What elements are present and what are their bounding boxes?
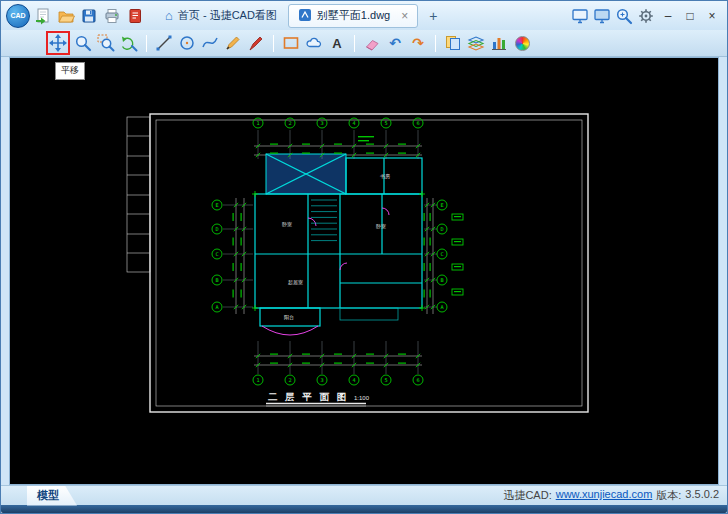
- drawing-canvas[interactable]: 卧室 书房 卧室 起居室 阳台 二 层 平 面 图 1:100 12345612…: [9, 57, 719, 485]
- cloud-tool-icon[interactable]: [304, 33, 324, 53]
- room-label: 书房: [380, 173, 390, 179]
- version-value: 3.5.0.2: [685, 488, 719, 503]
- export-pdf-icon[interactable]: [125, 6, 145, 26]
- close-tab-icon[interactable]: ×: [401, 10, 408, 22]
- brand-label: 迅捷CAD:: [503, 488, 551, 503]
- version-label: 版本:: [656, 488, 681, 503]
- home-icon: ⌂: [165, 9, 173, 22]
- pencil-tool-icon[interactable]: [223, 33, 243, 53]
- status-right: 迅捷CAD: www.xunjiecad.com 版本: 3.5.0.2: [503, 488, 719, 503]
- grid-bubble-label: A: [215, 304, 219, 310]
- room-label: 卧室: [282, 221, 292, 227]
- grid-bubble-label: 4: [352, 120, 355, 126]
- close-button[interactable]: ×: [702, 6, 722, 26]
- app-window: CAD ⌂ 首页 - 迅捷CAD看图 别墅平面1.dwg × + – □: [0, 0, 728, 514]
- drawing-title: 二 层 平 面 图: [268, 391, 349, 402]
- image-manager-icon[interactable]: [443, 33, 463, 53]
- grid-bubble-label: 5: [384, 120, 387, 126]
- redo-icon[interactable]: ↷: [408, 33, 428, 53]
- app-logo-text: CAD: [10, 12, 25, 19]
- print-icon[interactable]: [102, 6, 122, 26]
- open-file-icon[interactable]: [56, 6, 76, 26]
- drawing-scale: 1:100: [354, 395, 370, 401]
- cad-drawing[interactable]: 卧室 书房 卧室 起居室 阳台 二 层 平 面 图 1:100 12345612…: [10, 58, 718, 485]
- tab-home-label: 首页 - 迅捷CAD看图: [178, 8, 277, 23]
- toolbar: A ↶ ↷: [1, 30, 727, 57]
- zoom-extents-icon[interactable]: [119, 33, 139, 53]
- grid-bubble-label: C: [440, 251, 443, 257]
- toolbar-separator: [273, 35, 274, 52]
- room-label: 阳台: [284, 314, 294, 321]
- grid-bubble-label: C: [215, 251, 218, 257]
- grid-bubble-label: 1: [256, 377, 259, 383]
- multi-window-icon[interactable]: [570, 6, 590, 26]
- titlebar: CAD ⌂ 首页 - 迅捷CAD看图 别墅平面1.dwg × + – □: [1, 1, 727, 30]
- pan-tool-icon[interactable]: [48, 33, 68, 53]
- model-tab[interactable]: 模型: [27, 486, 77, 506]
- layers-icon[interactable]: [466, 33, 486, 53]
- room-label: 起居室: [288, 279, 303, 286]
- grid-bubble-label: 6: [416, 377, 419, 383]
- text-tool-icon[interactable]: A: [327, 33, 347, 53]
- grid-bubble-label: 4: [352, 377, 355, 383]
- color-wheel-icon[interactable]: [512, 33, 532, 53]
- pan-tooltip: 平移: [55, 62, 85, 80]
- grid-bubble-label: 5: [384, 377, 387, 383]
- stats-icon[interactable]: [489, 33, 509, 53]
- grid-bubble-label: E: [440, 202, 443, 208]
- tab-bar: ⌂ 首页 - 迅捷CAD看图 别墅平面1.dwg × +: [156, 1, 442, 30]
- zoom-tool-icon[interactable]: [73, 33, 93, 53]
- grid-bubble-label: 2: [288, 120, 291, 126]
- grid-bubble-label: D: [215, 226, 218, 232]
- grid-bubble-label: B: [215, 277, 218, 283]
- spline-tool-icon[interactable]: [200, 33, 220, 53]
- grid-bubble-label: 3: [320, 377, 323, 383]
- tab-drawing-label: 别墅平面1.dwg: [317, 8, 390, 23]
- new-tab-button[interactable]: +: [424, 7, 442, 25]
- marker-tool-icon[interactable]: [246, 33, 266, 53]
- grid-bubble-label: A: [440, 304, 444, 310]
- toolbar-separator: [435, 35, 436, 52]
- sheet-frame: [150, 114, 588, 412]
- grid-bubble-label: E: [215, 202, 218, 208]
- grid-bubble-label: D: [440, 226, 443, 232]
- tab-drawing[interactable]: 别墅平面1.dwg ×: [288, 4, 418, 28]
- save-icon[interactable]: [79, 6, 99, 26]
- detail-tags: [452, 214, 463, 295]
- grid-bubble-label: 6: [416, 120, 419, 126]
- new-drawing-icon[interactable]: [33, 6, 53, 26]
- maximize-button[interactable]: □: [680, 6, 700, 26]
- room-label: 卧室: [376, 223, 386, 229]
- dwg-file-icon: [298, 8, 312, 24]
- statusbar: 模型 迅捷CAD: www.xunjiecad.com 版本: 3.5.0.2: [1, 485, 727, 505]
- zoom-search-icon[interactable]: [614, 6, 634, 26]
- toolbar-separator: [354, 35, 355, 52]
- website-link[interactable]: www.xunjiecad.com: [556, 488, 653, 503]
- settings-gear-icon[interactable]: [636, 6, 656, 26]
- grid-bubble-label: 1: [256, 120, 259, 126]
- grid-bubble-label: 3: [320, 120, 323, 126]
- toolbar-separator: [146, 35, 147, 52]
- minimize-button[interactable]: –: [658, 6, 678, 26]
- undo-icon[interactable]: ↶: [385, 33, 405, 53]
- grid-bubble-label: 2: [288, 377, 291, 383]
- pan-tool-highlight: [46, 31, 70, 55]
- zoom-window-icon[interactable]: [96, 33, 116, 53]
- tab-home[interactable]: ⌂ 首页 - 迅捷CAD看图: [156, 4, 286, 28]
- display-icon[interactable]: [592, 6, 612, 26]
- circle-tool-icon[interactable]: [177, 33, 197, 53]
- window-bottom-frame: [1, 505, 727, 513]
- titlebar-right: – □ ×: [570, 6, 722, 26]
- line-tool-icon[interactable]: [154, 33, 174, 53]
- revision-strip: [127, 117, 150, 272]
- rectangle-tool-icon[interactable]: [281, 33, 301, 53]
- eraser-tool-icon[interactable]: [362, 33, 382, 53]
- door-arcs: [262, 208, 389, 335]
- grid-bubble-label: B: [440, 277, 443, 283]
- app-logo[interactable]: CAD: [6, 4, 30, 28]
